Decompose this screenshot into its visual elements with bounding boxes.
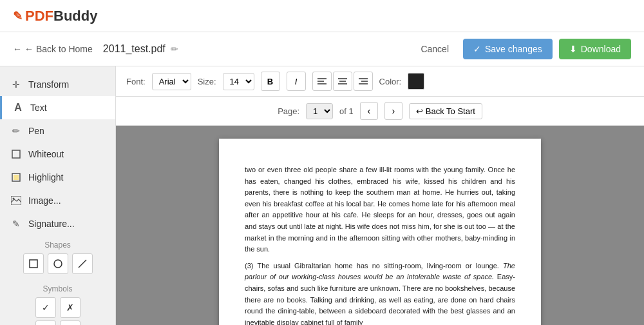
back-to-start-button[interactable]: ↩ Back To Start bbox=[409, 103, 482, 119]
sidebar-label-image: Image... bbox=[28, 195, 61, 206]
download-icon: ⬇ bbox=[569, 44, 577, 54]
symbols-title: Symbols bbox=[10, 284, 105, 293]
symbol-arrow-left-button[interactable]: ← bbox=[35, 320, 56, 325]
transform-icon: ✛ bbox=[10, 79, 22, 90]
sidebar-item-highlight[interactable]: Highlight bbox=[0, 166, 115, 189]
align-group bbox=[312, 72, 373, 91]
size-select[interactable]: 14 bbox=[223, 73, 254, 90]
back-home-button[interactable]: ← ← Back to Home bbox=[13, 44, 93, 54]
sidebar-item-text[interactable]: A Text bbox=[0, 96, 115, 119]
symbols-row-2: ← → bbox=[10, 320, 105, 325]
filename-text: 2011_test.pdf bbox=[103, 43, 166, 55]
download-label: Download bbox=[581, 44, 621, 54]
save-button[interactable]: ✓ Save changes bbox=[463, 39, 553, 59]
pdf-container: two or even three old people share a few… bbox=[116, 126, 644, 325]
color-picker[interactable] bbox=[408, 73, 424, 90]
sidebar-item-whiteout[interactable]: Whiteout bbox=[0, 143, 115, 166]
pdf-page: two or even three old people share a few… bbox=[219, 139, 541, 325]
back-home-label: ← Back to Home bbox=[24, 44, 93, 54]
sidebar-item-transform[interactable]: ✛ Transform bbox=[0, 73, 115, 96]
shapes-section: Shapes bbox=[0, 235, 115, 279]
svg-rect-0 bbox=[12, 150, 20, 158]
shape-line-button[interactable] bbox=[72, 253, 93, 274]
size-label: Size: bbox=[198, 77, 216, 86]
align-left-button[interactable] bbox=[312, 72, 332, 91]
shapes-title: Shapes bbox=[10, 241, 105, 250]
image-icon bbox=[10, 195, 22, 206]
svg-line-7 bbox=[79, 260, 86, 268]
save-label: Save changes bbox=[485, 44, 542, 54]
sidebar: ✛ Transform A Text ✏ Pen Whiteout Highli… bbox=[0, 66, 116, 325]
cancel-button[interactable]: Cancel bbox=[413, 40, 457, 58]
svg-rect-2 bbox=[14, 175, 19, 180]
shape-circle-button[interactable] bbox=[48, 253, 68, 274]
logo-buddy: Buddy bbox=[53, 8, 97, 25]
pdf-paragraph-2: (3) The usual Gibraltarian home has no s… bbox=[245, 261, 515, 325]
save-check-icon: ✓ bbox=[473, 44, 481, 54]
sidebar-label-signature: Signature... bbox=[28, 219, 75, 229]
symbols-section: Symbols ✓ ✗ ← → ↑ ↓ 👍 👎 bbox=[0, 279, 115, 325]
symbol-checkmark-button[interactable]: ✓ bbox=[35, 297, 56, 318]
next-page-button[interactable]: › bbox=[384, 102, 402, 120]
pdf-text: two or even three old people share a few… bbox=[245, 164, 515, 325]
logo: ✎ PDFBuddy bbox=[13, 8, 97, 25]
page-label: Page: bbox=[278, 106, 299, 116]
signature-icon: ✎ bbox=[10, 218, 22, 230]
sidebar-item-image[interactable]: Image... bbox=[0, 189, 115, 212]
sidebar-label-whiteout: Whiteout bbox=[28, 149, 64, 159]
content-area: Font: Arial Size: 14 B I Co bbox=[116, 66, 644, 325]
filename-area: 2011_test.pdf ✏ bbox=[103, 43, 403, 55]
italic-button[interactable]: I bbox=[287, 72, 306, 91]
sidebar-label-text: Text bbox=[30, 103, 47, 113]
download-button[interactable]: ⬇ Download bbox=[559, 39, 631, 59]
highlight-icon bbox=[10, 172, 22, 183]
sidebar-item-signature[interactable]: ✎ Signature... bbox=[0, 212, 115, 235]
format-toolbar: Font: Arial Size: 14 B I Co bbox=[116, 66, 644, 97]
svg-rect-5 bbox=[30, 260, 37, 268]
back-start-label: Back To Start bbox=[426, 106, 475, 116]
logo-icon: ✎ bbox=[13, 9, 23, 23]
sidebar-label-transform: Transform bbox=[28, 79, 69, 90]
prev-page-button[interactable]: ‹ bbox=[360, 102, 378, 120]
symbol-cross-button[interactable]: ✗ bbox=[60, 297, 80, 318]
sidebar-label-highlight: Highlight bbox=[28, 172, 63, 182]
symbols-row-1: ✓ ✗ bbox=[10, 297, 105, 318]
font-label: Font: bbox=[126, 77, 146, 86]
back-start-icon: ↩ bbox=[416, 106, 423, 116]
toolbar-row: ← ← Back to Home 2011_test.pdf ✏ Cancel … bbox=[0, 32, 644, 66]
page-nav: Page: 1 of 1 ‹ › ↩ Back To Start bbox=[116, 97, 644, 126]
back-arrow-icon: ← bbox=[13, 44, 22, 54]
shape-rectangle-button[interactable] bbox=[23, 253, 44, 274]
logo-pdf: PDF bbox=[25, 8, 53, 25]
font-select[interactable]: Arial bbox=[152, 73, 191, 90]
text-icon: A bbox=[12, 102, 24, 113]
svg-point-6 bbox=[54, 260, 62, 268]
whiteout-icon bbox=[10, 148, 22, 160]
align-right-button[interactable] bbox=[354, 72, 373, 91]
color-label: Color: bbox=[379, 77, 402, 86]
page-select[interactable]: 1 bbox=[306, 103, 333, 119]
sidebar-label-pen: Pen bbox=[28, 126, 44, 136]
toolbar-right: Cancel ✓ Save changes ⬇ Download bbox=[413, 39, 631, 59]
pdf-paragraph-1: two or even three old people share a few… bbox=[245, 164, 515, 255]
edit-filename-icon[interactable]: ✏ bbox=[171, 44, 178, 54]
main-layout: ✛ Transform A Text ✏ Pen Whiteout Highli… bbox=[0, 66, 644, 325]
symbol-arrow-right-button[interactable]: → bbox=[60, 320, 80, 325]
page-of-label: of 1 bbox=[339, 106, 354, 116]
sidebar-item-pen[interactable]: ✏ Pen bbox=[0, 119, 115, 143]
align-center-button[interactable] bbox=[333, 72, 352, 91]
shapes-row bbox=[10, 253, 105, 274]
pen-icon: ✏ bbox=[10, 125, 22, 137]
bold-button[interactable]: B bbox=[261, 72, 280, 91]
header: ✎ PDFBuddy bbox=[0, 0, 644, 32]
page-viewer[interactable]: two or even three old people share a few… bbox=[116, 126, 644, 325]
